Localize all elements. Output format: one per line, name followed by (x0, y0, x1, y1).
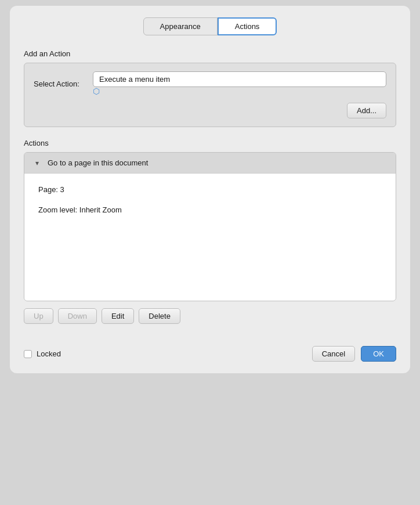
locked-label: Locked (37, 349, 61, 358)
tab-appearance[interactable]: Appearance (143, 17, 218, 35)
select-action-label: Select Action: (34, 80, 86, 88)
add-button[interactable]: Add... (347, 103, 386, 118)
tab-actions[interactable]: Actions (218, 17, 277, 35)
tab-bar: Appearance Actions (24, 17, 396, 35)
action-select[interactable]: Execute a menu item Go to a page in this… (93, 71, 386, 87)
detail-zoom: Zoom level: Inherit Zoom (38, 205, 382, 214)
action-dropdown-wrapper: Execute a menu item Go to a page in this… (93, 71, 386, 96)
select-action-row: Select Action: Execute a menu item Go to… (34, 71, 386, 96)
detail-page: Page: 3 (38, 185, 382, 194)
actions-list-wrapper: ▾ Go to a page in this document Page: 3 … (24, 152, 396, 301)
down-button[interactable]: Down (58, 308, 97, 324)
action-buttons-row: Up Down Edit Delete (24, 308, 396, 324)
actions-list-box: ▾ Go to a page in this document Page: 3 … (24, 152, 396, 301)
bottom-right: Cancel OK (312, 346, 396, 362)
locked-row: Locked (24, 349, 61, 358)
dialog: Appearance Actions Add an Action Select … (10, 6, 410, 373)
add-btn-row: Add... (34, 103, 386, 118)
edit-button[interactable]: Edit (102, 308, 134, 324)
chevron-down-icon: ▾ (32, 159, 42, 167)
ok-button[interactable]: OK (361, 346, 396, 362)
add-action-label: Add an Action (24, 49, 396, 58)
locked-checkbox[interactable] (24, 350, 32, 358)
actions-section: Actions ▾ Go to a page in this document … (24, 139, 396, 324)
add-action-box: Select Action: Execute a menu item Go to… (24, 63, 396, 127)
cancel-button[interactable]: Cancel (312, 346, 355, 362)
up-button[interactable]: Up (24, 308, 53, 324)
action-item-title: Go to a page in this document (48, 158, 148, 167)
action-item-header[interactable]: ▾ Go to a page in this document (24, 153, 396, 173)
delete-button[interactable]: Delete (139, 308, 180, 324)
action-detail-box: Page: 3 Zoom level: Inherit Zoom (24, 173, 396, 301)
dropdown-arrow-icon: ⬡ (93, 86, 100, 96)
bottom-bar: Locked Cancel OK (24, 338, 396, 362)
actions-section-label: Actions (24, 139, 396, 147)
